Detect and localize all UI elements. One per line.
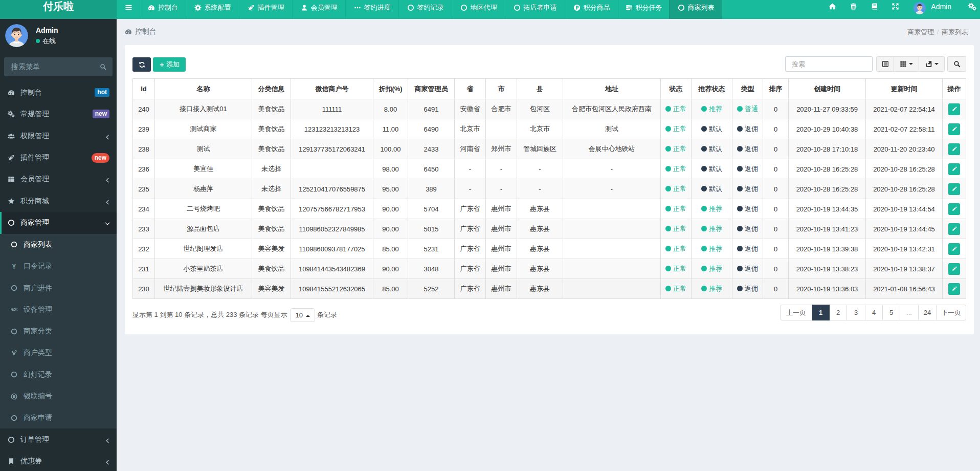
svg-text:AD: AD	[11, 308, 16, 312]
svg-text:¥: ¥	[12, 263, 16, 270]
